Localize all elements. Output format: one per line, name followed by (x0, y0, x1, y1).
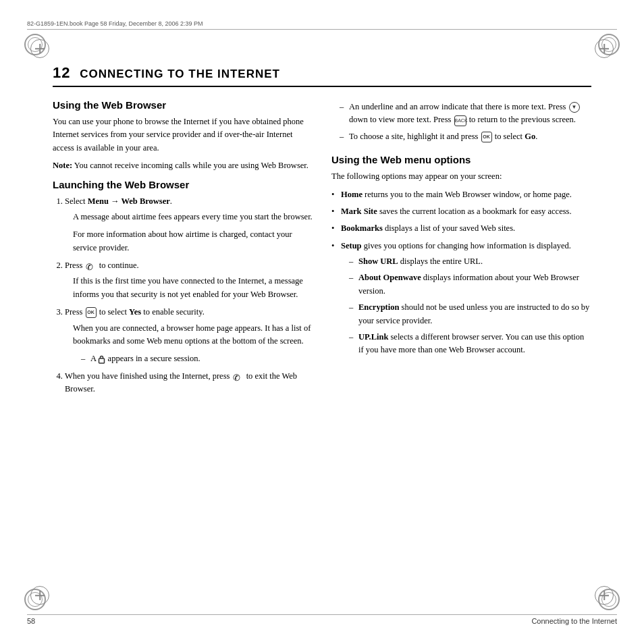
scroll-down-icon: ▼ (569, 102, 580, 113)
cross-tl (35, 44, 45, 53)
menu-item-home: Home returns you to the main Web Browser… (331, 188, 591, 201)
step3-sub1: When you are connected, a browser home p… (73, 322, 313, 348)
phone-icon: ✆ (86, 261, 97, 271)
step-1: Select Menu → Web Browser. A message abo… (65, 195, 313, 255)
right-top-dashes: An underline and an arrow indicate that … (331, 101, 591, 143)
note-text: You cannot receive incoming calls while … (72, 161, 308, 170)
left-column: Using the Web Browser You can use your p… (53, 99, 313, 401)
step1-sub2: For more information about how airtime i… (73, 228, 313, 254)
footer-bar: 58 Connecting to the Internet (27, 614, 617, 625)
menu-options-list: Home returns you to the main Web Browser… (331, 188, 591, 357)
step3-dashes: A appears in a secure session. (73, 352, 313, 365)
chapter-heading: 12 Connecting to the Internet (53, 64, 591, 87)
back-icon: BACK (454, 115, 466, 126)
note-label: Note: (53, 161, 72, 170)
header-text: 82-G1859-1EN.book Page 58 Friday, Decemb… (27, 20, 203, 27)
step3-dash1: A appears in a secure session. (81, 352, 313, 365)
main-content: 12 Connecting to the Internet Using the … (53, 64, 591, 593)
menu-item-marksite: Mark Site saves the current location as … (331, 205, 591, 218)
step-3: Press OK to select Yes to enable securit… (65, 306, 313, 366)
right-dash2: To choose a site, highlight it and press… (340, 130, 591, 143)
menu-item-bookmarks: Bookmarks displays a list of your saved … (331, 222, 591, 235)
ok-icon: OK (86, 307, 97, 318)
setup-aboutopenwave: About Openwave displays information abou… (349, 271, 591, 298)
step-4: When you have finished using the Interne… (65, 370, 313, 396)
svg-rect-0 (99, 358, 105, 363)
chapter-title: Connecting to the Internet (80, 68, 280, 80)
header-bar: 82-G1859-1EN.book Page 58 Friday, Decemb… (27, 19, 617, 30)
step3-indent: When you are connected, a browser home p… (65, 322, 313, 366)
section1-note: Note: You cannot receive incoming calls … (53, 159, 313, 172)
section1-body: You can use your phone to browse the Int… (53, 115, 313, 155)
setup-uplink: UP.Link selects a different browser serv… (349, 331, 591, 357)
step2-sub: If this is the first time you have conne… (73, 275, 313, 301)
right-column: An underline and an arrow indicate that … (331, 99, 591, 401)
cross-bl (35, 591, 45, 600)
section1-title: Using the Web Browser (53, 99, 313, 111)
step3-text: Press OK to select Yes to enable securit… (65, 306, 313, 319)
ok-icon2: OK (481, 132, 492, 142)
end-icon: ✆ (233, 371, 244, 382)
step1-sub: A message about airtime fees appears eve… (73, 211, 313, 223)
section2-title: Launching the Web Browser (53, 179, 313, 190)
setup-dashes: Show URL displays the entire URL. About … (341, 255, 591, 357)
menu-item-setup: Setup gives you options for changing how… (331, 240, 591, 357)
cross-tr (599, 44, 609, 53)
step1-indent: A message about airtime fees appears eve… (65, 211, 313, 254)
footer-section-title: Connecting to the Internet (531, 617, 617, 625)
section3-title: Using the Web menu options (331, 154, 591, 165)
setup-encryption: Encryption should not be used unless you… (349, 301, 591, 327)
steps-list: Select Menu → Web Browser. A message abo… (53, 195, 313, 396)
step-2: Press ✆ to continue. If this is the firs… (65, 259, 313, 301)
step2-indent: If this is the first time you have conne… (65, 275, 313, 301)
step4-text: When you have finished using the Interne… (65, 370, 313, 396)
footer-page-number: 58 (27, 617, 35, 625)
step1-text: Select Menu → Web Browser. (65, 195, 313, 208)
step2-text: Press ✆ to continue. (65, 259, 313, 272)
chapter-number: 12 (53, 64, 70, 81)
lock-icon (98, 354, 105, 363)
two-column-layout: Using the Web Browser You can use your p… (53, 99, 591, 401)
section3-intro: The following options may appear on your… (331, 170, 591, 183)
right-dash1: An underline and an arrow indicate that … (340, 101, 591, 127)
cross-br (599, 591, 609, 600)
setup-showurl: Show URL displays the entire URL. (349, 255, 591, 268)
page-frame: 82-G1859-1EN.book Page 58 Friday, Decemb… (0, 0, 644, 644)
